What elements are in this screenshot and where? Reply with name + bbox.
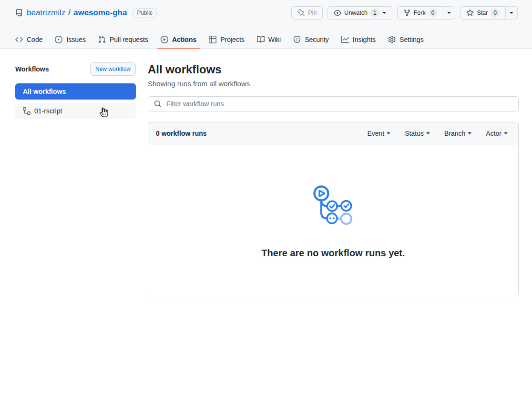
filter-workflow-runs-box xyxy=(148,96,519,111)
fork-icon xyxy=(403,9,411,17)
star-label: Star xyxy=(477,10,488,16)
search-icon xyxy=(154,100,162,108)
tab-insights[interactable]: Insights xyxy=(338,30,379,49)
book-icon xyxy=(257,36,265,43)
workflow-icon xyxy=(23,107,31,115)
repo-icon xyxy=(15,9,23,17)
repo-header: beatrizmilz / awesome-gha Public Pin Unw… xyxy=(0,0,532,49)
filter-label: Branch xyxy=(444,130,465,137)
runs-main: All workflows Showing runs from all work… xyxy=(148,62,519,296)
tab-label: Pull requests xyxy=(110,36,148,43)
actor-filter-dropdown[interactable]: Actor xyxy=(486,130,508,137)
tab-label: Settings xyxy=(399,36,424,43)
page-content: Workflows New workflow All workflows 01-… xyxy=(0,49,532,296)
chevron-down-icon xyxy=(426,132,430,136)
repo-name-link[interactable]: awesome-gha xyxy=(73,8,127,18)
filter-label: Event xyxy=(367,130,384,137)
tab-label: Code xyxy=(27,36,42,43)
tab-wiki[interactable]: Wiki xyxy=(253,30,285,49)
repo-head-row: beatrizmilz / awesome-gha Public Pin Unw… xyxy=(0,6,532,20)
chevron-down-icon xyxy=(387,132,390,136)
page-subtitle: Showing runs from all workflows xyxy=(148,80,519,88)
tab-label: Issues xyxy=(66,36,85,43)
sidebar-item-01-rscript[interactable]: 01-rscript xyxy=(15,103,136,119)
chevron-down-icon xyxy=(468,132,471,136)
workflow-empty-illustration xyxy=(309,182,357,230)
filter-label: Actor xyxy=(486,130,501,137)
tab-label: Projects xyxy=(220,36,245,43)
tab-label: Security xyxy=(305,36,329,43)
workflow-runs-panel: 0 workflow runs Event Status Branch xyxy=(148,122,519,296)
tab-code[interactable]: Code xyxy=(11,30,46,49)
runs-table-header: 0 workflow runs Event Status Branch xyxy=(148,122,518,144)
star-icon xyxy=(466,9,474,17)
play-icon xyxy=(161,36,168,43)
tab-label: Actions xyxy=(172,36,196,43)
star-button-group: Star 0 xyxy=(460,6,518,20)
tab-security[interactable]: Security xyxy=(289,30,333,49)
repo-title-separator: / xyxy=(68,8,71,18)
tab-settings[interactable]: Settings xyxy=(384,30,428,49)
gear-icon xyxy=(388,36,396,43)
workflows-heading: Workflows xyxy=(15,65,49,73)
repo-nav-tabs: Code Issues Pull requests Actions Projec… xyxy=(0,30,532,49)
runs-filter-bar: Event Status Branch Actor xyxy=(367,130,511,137)
graph-icon xyxy=(341,36,349,43)
repo-title: beatrizmilz / awesome-gha Public xyxy=(15,8,157,18)
git-pull-request-icon xyxy=(98,36,106,43)
watch-count-badge: 1 xyxy=(370,9,379,17)
fork-button-group: Fork 0 xyxy=(397,6,456,20)
star-button[interactable]: Star 0 xyxy=(460,6,505,20)
chevron-down-icon xyxy=(447,12,451,16)
tab-label: Wiki xyxy=(268,36,281,43)
fork-label: Fork xyxy=(414,10,426,16)
github-actions-page: beatrizmilz / awesome-gha Public Pin Unw… xyxy=(0,0,532,296)
pin-icon xyxy=(297,9,305,17)
tab-projects[interactable]: Projects xyxy=(205,30,248,49)
unwatch-label: Unwatch xyxy=(344,10,368,16)
new-workflow-button[interactable]: New workflow xyxy=(90,62,136,76)
visibility-badge: Public xyxy=(133,8,157,18)
fork-dropdown-button[interactable] xyxy=(443,6,455,20)
sidebar-header: Workflows New workflow xyxy=(15,62,136,76)
workflow-item-label: All workflows xyxy=(23,88,66,95)
issue-opened-icon xyxy=(55,36,62,43)
tab-actions[interactable]: Actions xyxy=(157,30,200,49)
chevron-down-icon xyxy=(510,12,513,16)
table-icon xyxy=(209,36,216,43)
star-dropdown-button[interactable] xyxy=(505,6,518,20)
page-title: All workflows xyxy=(148,62,519,77)
empty-state-message: There are no workflow runs yet. xyxy=(261,248,405,259)
code-icon xyxy=(15,36,23,43)
eye-icon xyxy=(334,9,341,17)
branch-filter-dropdown[interactable]: Branch xyxy=(444,130,471,137)
unwatch-button[interactable]: Unwatch 1 xyxy=(327,6,392,20)
status-filter-dropdown[interactable]: Status xyxy=(405,130,430,137)
workflows-sidebar: Workflows New workflow All workflows 01-… xyxy=(15,62,136,296)
chevron-down-icon xyxy=(504,132,508,136)
tab-pull-requests[interactable]: Pull requests xyxy=(94,30,152,49)
sidebar-item-all-workflows[interactable]: All workflows xyxy=(15,83,136,100)
workflow-runs-count: 0 workflow runs xyxy=(156,130,207,137)
pin-button[interactable]: Pin xyxy=(291,6,323,20)
pin-label: Pin xyxy=(308,10,317,16)
repo-owner-link[interactable]: beatrizmilz xyxy=(27,8,65,18)
fork-count-badge: 0 xyxy=(429,9,438,17)
event-filter-dropdown[interactable]: Event xyxy=(367,130,390,137)
shield-icon xyxy=(293,36,301,43)
workflow-list: All workflows 01-rscript xyxy=(15,83,136,119)
chevron-down-icon xyxy=(382,12,386,16)
filter-label: Status xyxy=(405,130,424,137)
filter-workflow-runs-input[interactable] xyxy=(165,100,512,108)
empty-state: There are no workflow runs yet. xyxy=(148,144,518,296)
workflow-item-label: 01-rscript xyxy=(34,107,62,115)
tab-issues[interactable]: Issues xyxy=(51,30,89,49)
tab-label: Insights xyxy=(353,36,376,43)
star-count-badge: 0 xyxy=(491,9,500,17)
fork-button[interactable]: Fork 0 xyxy=(397,6,443,20)
repo-action-buttons: Pin Unwatch 1 Fork 0 xyxy=(291,6,518,20)
